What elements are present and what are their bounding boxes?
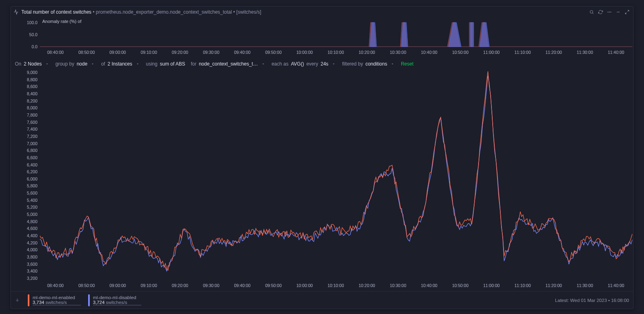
xtick: 08:50:00 bbox=[71, 50, 102, 58]
nodes-value[interactable]: 2 Nodes bbox=[24, 61, 42, 67]
xtick: 09:50:00 bbox=[258, 50, 289, 58]
legend-name: ml-demo-ml-disabled bbox=[93, 295, 141, 300]
xtick: 09:10:00 bbox=[133, 50, 164, 58]
xtick: 11:20:00 bbox=[538, 50, 569, 58]
refresh-button[interactable] bbox=[597, 8, 604, 16]
groupby-value[interactable]: node bbox=[76, 61, 87, 67]
groupby-label: group by bbox=[56, 61, 74, 67]
xtick: 08:40:00 bbox=[40, 283, 71, 291]
chevron-down-icon[interactable] bbox=[390, 62, 395, 66]
xtick: 10:20:00 bbox=[351, 50, 382, 58]
svg-point-1 bbox=[608, 12, 609, 12]
ytick: 7,200 bbox=[27, 134, 37, 139]
svg-point-3 bbox=[611, 12, 611, 12]
ytick: 8,000 bbox=[27, 105, 37, 110]
xtick: 11:00:00 bbox=[476, 283, 507, 291]
main-plot bbox=[40, 69, 632, 281]
main-y-axis: 9,0008,8008,6008,4008,2008,0007,8007,600… bbox=[11, 69, 40, 281]
xtick: 11:40:00 bbox=[601, 50, 632, 58]
of-value[interactable]: 2 Instances bbox=[107, 61, 132, 67]
filtered-label: filtered by bbox=[342, 61, 363, 67]
ytick: 8,200 bbox=[27, 99, 37, 103]
chevron-down-icon[interactable] bbox=[331, 62, 336, 66]
of-label: of bbox=[101, 61, 105, 67]
xtick: 10:10:00 bbox=[320, 50, 351, 58]
xtick: 09:50:00 bbox=[258, 283, 289, 291]
ytick: 4,200 bbox=[27, 240, 37, 245]
ytick: 3,600 bbox=[27, 262, 37, 267]
chart-panel: Total number of context switches • prome… bbox=[10, 6, 634, 309]
legend-color-swatch bbox=[28, 294, 29, 306]
xtick: 09:20:00 bbox=[165, 50, 196, 58]
ytick: 6,600 bbox=[27, 155, 37, 160]
xtick: 08:50:00 bbox=[71, 283, 102, 291]
legend-value: 3,724 bbox=[93, 300, 105, 305]
panel-title: Total number of context switches • prome… bbox=[21, 9, 261, 15]
panel-title-row: Total number of context switches • prome… bbox=[11, 6, 633, 18]
ytick: 8,600 bbox=[27, 84, 37, 89]
legend-row: ml-demo-ml-enabled 3,734 switches/s ml-d… bbox=[11, 291, 633, 309]
ytick: 8,800 bbox=[27, 77, 37, 82]
xtick: 08:40:00 bbox=[40, 50, 71, 58]
xtick: 10:30:00 bbox=[382, 50, 413, 58]
legend-unit: switches/s bbox=[45, 300, 67, 305]
ytick: 4,800 bbox=[27, 219, 37, 224]
title-icon bbox=[13, 9, 19, 15]
ytick: 6,400 bbox=[27, 162, 37, 167]
ytick: 3,800 bbox=[27, 254, 37, 259]
anomaly-chart[interactable]: Anomaly rate (%) of 100.0 50.0 0.0 08:40… bbox=[11, 18, 633, 58]
every-value[interactable]: 24s bbox=[321, 61, 328, 67]
legend-item-0[interactable]: ml-demo-ml-enabled 3,734 switches/s bbox=[28, 294, 88, 306]
for-value[interactable]: node_context_switches_t… bbox=[199, 61, 258, 67]
each-value[interactable]: AVG() bbox=[291, 61, 304, 67]
ytick: 5,200 bbox=[27, 205, 37, 209]
ytick: 6,000 bbox=[27, 176, 37, 181]
filtered-value[interactable]: conditions bbox=[365, 61, 387, 67]
xtick: 09:10:00 bbox=[133, 283, 164, 291]
chevron-down-icon[interactable] bbox=[135, 62, 140, 66]
xtick: 09:00:00 bbox=[102, 50, 133, 58]
ytick: 100.0 bbox=[27, 20, 37, 25]
using-value[interactable]: sum of ABS bbox=[160, 61, 185, 67]
ytick: 9,000 bbox=[27, 70, 37, 75]
ytick: 3,400 bbox=[27, 269, 37, 273]
ytick: 6,200 bbox=[27, 169, 37, 174]
panel-actions bbox=[588, 8, 631, 16]
minimize-button[interactable] bbox=[615, 8, 622, 16]
anomaly-x-axis: 08:40:0008:50:0009:00:0009:10:0009:20:00… bbox=[40, 50, 632, 58]
xtick: 09:30:00 bbox=[196, 283, 227, 291]
xtick: 11:30:00 bbox=[569, 50, 600, 58]
xtick: 09:30:00 bbox=[196, 50, 227, 58]
xtick: 10:00:00 bbox=[289, 283, 320, 291]
every-label: every bbox=[306, 61, 318, 67]
reset-button[interactable]: Reset bbox=[401, 61, 413, 67]
xtick: 10:30:00 bbox=[382, 283, 413, 291]
chevron-down-icon[interactable] bbox=[260, 62, 266, 66]
zoom-reset-button[interactable] bbox=[588, 8, 595, 16]
latest-timestamp: Latest: Wed 01 Mar 2023 • 16:08:00 bbox=[555, 298, 629, 303]
xtick: 09:20:00 bbox=[165, 283, 196, 291]
main-chart[interactable]: 9,0008,8008,6008,4008,2008,0007,8007,600… bbox=[11, 69, 633, 291]
ytick: 5,400 bbox=[27, 198, 37, 203]
legend-name: ml-demo-ml-enabled bbox=[33, 295, 81, 300]
chevron-down-icon[interactable] bbox=[44, 62, 50, 66]
xtick: 11:40:00 bbox=[601, 283, 632, 291]
legend-value: 3,734 bbox=[33, 300, 44, 305]
expand-button[interactable] bbox=[623, 8, 631, 16]
xtick: 10:50:00 bbox=[445, 283, 476, 291]
main-x-axis: 08:40:0008:50:0009:00:0009:10:0009:20:00… bbox=[40, 283, 632, 291]
ytick: 6,800 bbox=[27, 148, 37, 153]
xtick: 10:00:00 bbox=[289, 50, 320, 58]
chevron-down-icon[interactable] bbox=[90, 62, 95, 66]
for-label: for bbox=[191, 61, 196, 67]
more-button[interactable] bbox=[606, 8, 613, 16]
legend-color-swatch bbox=[88, 294, 90, 306]
legend-item-1[interactable]: ml-demo-ml-disabled 3,724 switches/s bbox=[88, 294, 149, 306]
sort-arrow-icon[interactable] bbox=[15, 298, 20, 303]
legend-unit: switches/s bbox=[106, 300, 127, 305]
query-row: On 2 Nodes group by node of 2 Instances … bbox=[11, 58, 633, 69]
ytick: 5,000 bbox=[27, 212, 37, 217]
xtick: 09:00:00 bbox=[102, 283, 133, 291]
anomaly-y-axis: 100.0 50.0 0.0 bbox=[11, 18, 40, 50]
xtick: 09:40:00 bbox=[227, 283, 258, 291]
